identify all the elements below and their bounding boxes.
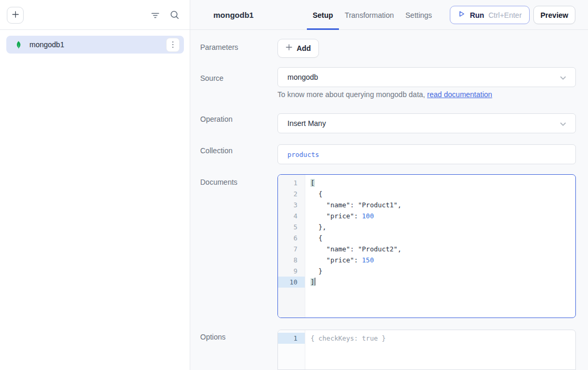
chevron-down-icon <box>559 120 567 128</box>
documents-code-editor[interactable]: 12345678910 [ { "name": "Product1", "pri… <box>277 174 576 318</box>
collection-input[interactable]: products <box>277 144 576 164</box>
documents-code[interactable]: [ { "name": "Product1", "price": 100 }, … <box>305 175 575 318</box>
preview-button[interactable]: Preview <box>533 6 575 24</box>
run-shortcut-label: Ctrl+Enter <box>488 11 521 19</box>
documents-label: Documents <box>200 178 238 186</box>
operation-select-value: Insert Many <box>287 119 326 128</box>
options-label: Options <box>200 333 225 341</box>
tab-transformation[interactable]: Transformation <box>339 0 400 30</box>
query-sidebar: mongodb1 <box>0 0 190 370</box>
sidebar-header <box>0 0 190 30</box>
plus-icon <box>285 44 293 53</box>
source-select[interactable]: mongodb <box>277 67 576 87</box>
query-editor-panel: mongodb1 Setup Transformation Settings R… <box>190 0 588 370</box>
play-icon <box>458 10 466 20</box>
documents-gutter: 12345678910 <box>278 175 305 318</box>
helper-text: To know more about querying mongodb data… <box>277 90 427 99</box>
mongodb-leaf-icon <box>15 40 23 49</box>
collection-label: Collection <box>200 146 232 155</box>
read-documentation-link[interactable]: read documentation <box>427 90 492 99</box>
add-query-button[interactable] <box>7 7 24 24</box>
tab-settings[interactable]: Settings <box>400 0 438 30</box>
query-list-item-mongodb1[interactable]: mongodb1 <box>6 36 184 54</box>
collection-input-value: products <box>287 151 319 158</box>
source-select-value: mongodb <box>287 73 318 81</box>
filter-icon[interactable] <box>151 11 160 19</box>
source-helper-text: To know more about querying mongodb data… <box>277 90 492 99</box>
query-editor-header: mongodb1 Setup Transformation Settings R… <box>190 0 588 30</box>
options-code[interactable]: { checkKeys: true } <box>305 330 575 369</box>
operation-label: Operation <box>200 115 232 123</box>
kebab-menu-icon[interactable] <box>166 38 180 52</box>
query-item-label: mongodb1 <box>29 40 166 49</box>
parameters-label: Parameters <box>200 43 238 51</box>
tab-setup[interactable]: Setup <box>307 0 339 30</box>
chevron-down-icon <box>559 74 567 82</box>
plus-icon <box>12 10 19 20</box>
search-icon[interactable] <box>170 10 180 20</box>
run-button-label: Run <box>470 11 484 19</box>
query-title: mongodb1 <box>213 0 254 30</box>
run-button[interactable]: Run Ctrl+Enter <box>450 6 530 24</box>
operation-select[interactable]: Insert Many <box>277 113 576 133</box>
tab-bar: Setup Transformation Settings <box>307 0 438 30</box>
options-gutter: 1 <box>278 330 305 369</box>
add-parameter-label: Add <box>296 44 311 52</box>
source-label: Source <box>200 74 223 82</box>
options-code-editor[interactable]: 1 { checkKeys: true } <box>277 330 576 370</box>
add-parameter-button[interactable]: Add <box>277 39 319 58</box>
